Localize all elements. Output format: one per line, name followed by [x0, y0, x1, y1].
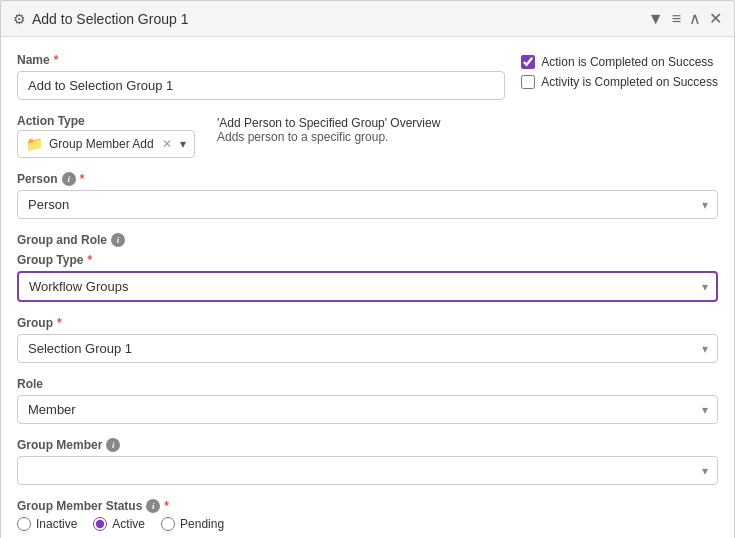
person-info-icon[interactable]: i — [62, 172, 76, 186]
group-type-label: Group Type * — [17, 253, 718, 267]
action-type-row: Action Type 📁 Group Member Add ✕ ▾ 'Add … — [17, 114, 718, 158]
action-type-section: Action Type 📁 Group Member Add ✕ ▾ — [17, 114, 197, 158]
modal-header: ⚙ Add to Selection Group 1 ▼ ≡ ∧ ✕ — [1, 1, 734, 37]
checkboxes-section: Action is Completed on Success Activity … — [521, 53, 718, 89]
group-member-select[interactable] — [17, 456, 718, 485]
group-type-group: Group Type * Workflow Groups ▾ — [17, 253, 718, 302]
status-inactive-label[interactable]: Inactive — [17, 517, 77, 531]
modal-title: Add to Selection Group 1 — [32, 11, 188, 27]
group-member-status-info-icon[interactable]: i — [146, 499, 160, 513]
group-member-status-label: Group Member Status i * — [17, 499, 718, 513]
person-required: * — [80, 172, 85, 186]
name-label: Name * — [17, 53, 505, 67]
activity-completed-checkbox[interactable] — [521, 75, 535, 89]
name-section: Name * — [17, 53, 505, 100]
gear-icon: ⚙ — [13, 11, 26, 27]
group-select-wrap: Selection Group 1 ▾ — [17, 334, 718, 363]
group-member-label: Group Member i — [17, 438, 718, 452]
close-icon[interactable]: ✕ — [709, 9, 722, 28]
role-label: Role — [17, 377, 718, 391]
status-radio-group: Inactive Active Pending — [17, 517, 718, 531]
action-type-label: Action Type — [17, 114, 197, 128]
group-label: Group * — [17, 316, 718, 330]
group-group: Group * Selection Group 1 ▾ — [17, 316, 718, 363]
person-label: Person i * — [17, 172, 718, 186]
status-pending-radio[interactable] — [161, 517, 175, 531]
role-select-wrap: Member ▾ — [17, 395, 718, 424]
group-type-select[interactable]: Workflow Groups — [17, 271, 718, 302]
group-type-select-wrap: Workflow Groups ▾ — [17, 271, 718, 302]
header-left: ⚙ Add to Selection Group 1 — [13, 11, 188, 27]
modal-container: ⚙ Add to Selection Group 1 ▼ ≡ ∧ ✕ Name … — [0, 0, 735, 538]
person-select[interactable]: Person — [17, 190, 718, 219]
activity-completed-checkbox-label[interactable]: Activity is Completed on Success — [521, 75, 718, 89]
person-group: Person i * Person ▾ — [17, 172, 718, 219]
action-completed-checkbox[interactable] — [521, 55, 535, 69]
status-active-radio[interactable] — [93, 517, 107, 531]
overview-desc: Adds person to a specific group. — [217, 130, 440, 144]
up-icon[interactable]: ∧ — [689, 9, 701, 28]
group-member-status-required: * — [164, 499, 169, 513]
badge-close-icon[interactable]: ✕ — [162, 137, 172, 151]
group-type-required: * — [87, 253, 92, 267]
status-inactive-radio[interactable] — [17, 517, 31, 531]
role-group: Role Member ▾ — [17, 377, 718, 424]
group-role-info-icon[interactable]: i — [111, 233, 125, 247]
group-member-group: Group Member i ▾ — [17, 438, 718, 485]
group-member-info-icon[interactable]: i — [106, 438, 120, 452]
action-type-badge-text: Group Member Add — [49, 137, 154, 151]
name-required: * — [54, 53, 59, 67]
status-pending-label[interactable]: Pending — [161, 517, 224, 531]
badge-dropdown-icon[interactable]: ▾ — [180, 137, 186, 151]
list-icon[interactable]: ≡ — [672, 10, 681, 28]
action-completed-checkbox-label[interactable]: Action is Completed on Success — [521, 55, 718, 69]
status-active-label[interactable]: Active — [93, 517, 145, 531]
name-input[interactable] — [17, 71, 505, 100]
person-select-wrap: Person ▾ — [17, 190, 718, 219]
group-required: * — [57, 316, 62, 330]
modal-body: Name * Action is Completed on Success Ac… — [1, 37, 734, 538]
group-select[interactable]: Selection Group 1 — [17, 334, 718, 363]
group-member-select-wrap: ▾ — [17, 456, 718, 485]
group-member-status-group: Group Member Status i * Inactive Active … — [17, 499, 718, 531]
role-select[interactable]: Member — [17, 395, 718, 424]
folder-icon: 📁 — [26, 136, 43, 152]
overview-title: 'Add Person to Specified Group' Overview — [217, 116, 440, 130]
name-row: Name * Action is Completed on Success Ac… — [17, 53, 718, 100]
header-actions: ▼ ≡ ∧ ✕ — [648, 9, 722, 28]
overview-section: 'Add Person to Specified Group' Overview… — [217, 114, 440, 144]
filter-icon[interactable]: ▼ — [648, 10, 664, 28]
action-type-badge[interactable]: 📁 Group Member Add ✕ ▾ — [17, 130, 195, 158]
group-role-header: Group and Role i — [17, 233, 718, 247]
